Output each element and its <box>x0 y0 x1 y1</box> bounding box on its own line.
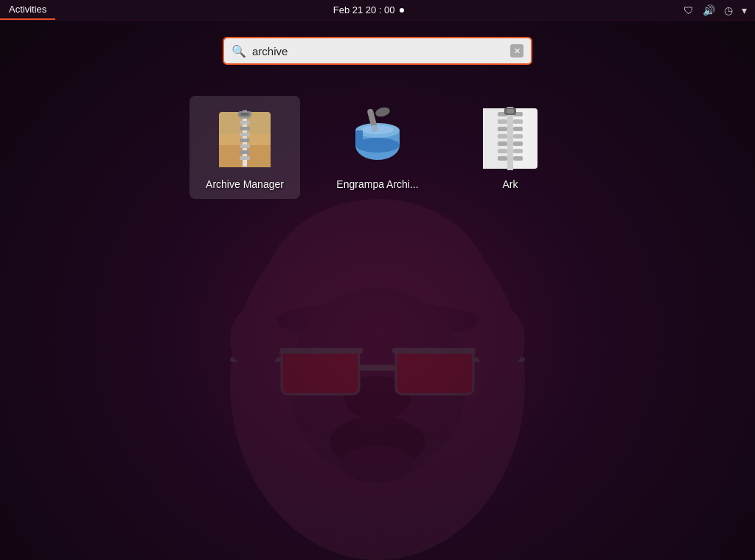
search-input[interactable] <box>252 45 504 57</box>
topbar-right: 🛡 🔊 ◷ ▾ <box>681 4 755 16</box>
svg-rect-45 <box>498 119 507 124</box>
svg-rect-29 <box>240 156 250 160</box>
svg-rect-27 <box>240 144 250 148</box>
svg-rect-54 <box>513 134 523 139</box>
svg-rect-8 <box>396 350 473 394</box>
search-container: 🔍 ✕ <box>223 37 532 65</box>
svg-point-37 <box>361 125 394 134</box>
svg-rect-31 <box>240 113 249 116</box>
volume-icon[interactable]: 🔊 <box>700 4 717 16</box>
app-label-engrampa: Engrampa Archi... <box>336 178 418 190</box>
svg-rect-49 <box>498 149 507 153</box>
svg-rect-25 <box>240 133 250 136</box>
app-item-ark[interactable]: Ark <box>455 96 566 199</box>
svg-rect-50 <box>498 156 507 161</box>
svg-rect-59 <box>507 109 514 113</box>
svg-rect-55 <box>513 141 523 146</box>
svg-rect-10 <box>278 348 363 354</box>
svg-rect-48 <box>498 141 507 146</box>
datetime-label: Feb 21 20 : 00 <box>333 4 395 15</box>
svg-rect-46 <box>498 127 507 131</box>
svg-rect-42 <box>483 108 486 169</box>
activities-label: Activities <box>9 4 46 15</box>
archive-manager-icon <box>212 105 278 171</box>
topbar-indicator-dot <box>400 8 404 13</box>
app-label-ark: Ark <box>503 178 518 190</box>
svg-rect-26 <box>240 139 250 142</box>
shield-icon[interactable]: 🛡 <box>681 4 696 16</box>
app-grid: Archive Manager Engrampa Archi... <box>189 96 566 199</box>
app-item-engrampa[interactable]: Engrampa Archi... <box>322 96 433 199</box>
search-box[interactable]: 🔍 ✕ <box>223 37 532 65</box>
app-item-archive-manager[interactable]: Archive Manager <box>189 96 300 199</box>
svg-point-16 <box>473 306 525 372</box>
system-menu-arrow-icon[interactable]: ▾ <box>740 4 749 16</box>
clock-icon[interactable]: ◷ <box>722 4 735 16</box>
svg-rect-23 <box>240 121 250 125</box>
svg-rect-11 <box>392 348 477 354</box>
svg-rect-24 <box>240 127 250 130</box>
svg-rect-52 <box>513 119 523 124</box>
topbar-center: Feb 21 20 : 00 <box>55 4 681 15</box>
activities-button[interactable]: Activities <box>0 0 55 20</box>
svg-point-6 <box>341 446 414 483</box>
topbar: Activities Feb 21 20 : 00 🛡 🔊 ◷ ▾ <box>0 0 755 21</box>
svg-point-15 <box>230 306 282 372</box>
gorilla-bg-image <box>186 177 569 560</box>
search-clear-button[interactable]: ✕ <box>510 44 523 57</box>
svg-point-36 <box>375 106 391 119</box>
svg-rect-43 <box>507 107 513 170</box>
svg-rect-7 <box>282 350 359 394</box>
svg-rect-39 <box>355 130 363 145</box>
svg-rect-47 <box>498 134 507 139</box>
svg-rect-28 <box>240 150 250 154</box>
app-label-archive-manager: Archive Manager <box>206 178 284 190</box>
svg-rect-57 <box>513 156 523 161</box>
svg-rect-9 <box>359 365 396 371</box>
engrampa-icon <box>344 105 411 171</box>
search-icon: 🔍 <box>232 44 246 58</box>
svg-rect-53 <box>513 127 523 131</box>
ark-icon <box>477 105 543 171</box>
svg-rect-56 <box>513 149 523 153</box>
